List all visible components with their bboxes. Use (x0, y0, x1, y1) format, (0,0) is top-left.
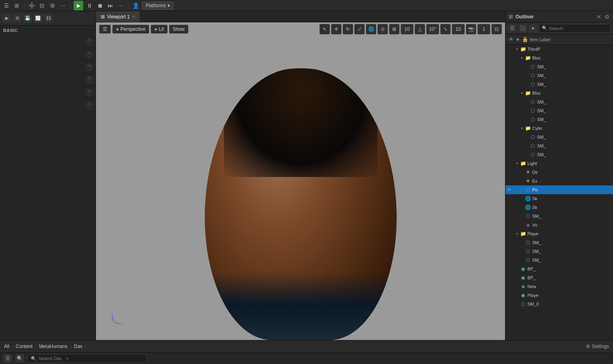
camera-speed-btn[interactable]: 📷 (466, 24, 476, 34)
platforms-button[interactable]: Platforms ▾ (142, 2, 174, 10)
viewport-content[interactable]: ☰ ● Perspective ● Lit Show ↖ ✛ ↻ (96, 22, 505, 340)
scale-btn[interactable]: ⤢ (354, 24, 365, 34)
tree-item-cylin[interactable]: ▾ 📁 Cylin (505, 124, 613, 133)
vis-icon[interactable] (505, 116, 513, 123)
menu-icon[interactable]: ☰ (2, 2, 10, 10)
tree-item-bloc2[interactable]: ▾ 📁 Bloc (505, 89, 613, 97)
vis-icon[interactable] (505, 142, 513, 149)
lp-more-icon[interactable]: 🎞 (44, 14, 53, 23)
viewport-tab-1[interactable]: ⊞ Viewport 1 ✕ (96, 11, 140, 22)
extra-button[interactable]: ⋯ (117, 2, 125, 10)
vis-icon[interactable] (505, 125, 513, 132)
select-btn[interactable]: ↖ (319, 24, 330, 34)
tree-item-bloc1[interactable]: ▾ 📁 Bloc (505, 54, 613, 62)
vis-icon[interactable] (505, 239, 513, 246)
tree-item-po-selected[interactable]: 👁 ⬡ Po (505, 185, 613, 194)
help-icon-3[interactable]: ? (86, 64, 92, 70)
vis-icon[interactable] (505, 54, 513, 62)
help-icon-5[interactable]: ? (86, 90, 92, 96)
tree-item-sm9[interactable]: ⬡ SM_ (505, 150, 613, 159)
tree-item-bp1[interactable]: ◉ BP_ (505, 265, 613, 273)
tree-item-sm8[interactable]: ⬡ SM_ (505, 141, 613, 150)
vis-icon[interactable] (505, 221, 513, 229)
vis-icon[interactable] (505, 248, 513, 255)
filter-button2[interactable]: 🔍 (15, 354, 24, 363)
grid-num-1[interactable]: 10 (401, 24, 413, 34)
lp-grid-icon[interactable]: ⊞ (13, 14, 22, 23)
viewport-tab-close[interactable]: ✕ (132, 14, 135, 19)
world-btn[interactable]: 🌐 (366, 24, 376, 34)
lp-play-icon[interactable]: ▶ (2, 14, 11, 23)
vis-icon-visible[interactable]: 👁 (505, 186, 513, 193)
settings-icon[interactable]: ⚙ (48, 2, 56, 10)
stop-button[interactable]: ⏹ (96, 2, 104, 10)
vis-icon[interactable] (505, 160, 513, 167)
vis-icon[interactable] (505, 46, 513, 53)
tree-item-dir[interactable]: ☀ Dir (505, 168, 613, 177)
tree-item-sm4[interactable]: ⬡ SM_ (505, 97, 613, 106)
outliner-search-bar[interactable]: 🔍 Search . (539, 24, 611, 33)
breadcrumb-content[interactable]: Content (16, 344, 32, 349)
outliner-filter-btn[interactable]: ☰ (508, 24, 517, 33)
search-input-container[interactable]: 🔍 Search Dax ▾ (27, 354, 147, 363)
tree-item-sm2[interactable]: ⬡ SM_ (505, 71, 613, 80)
viewport-menu-btn[interactable]: ☰ (99, 25, 111, 34)
vis-icon[interactable] (505, 107, 513, 114)
breadcrumb-dax[interactable]: Dax (74, 344, 82, 349)
scale-snap-btn[interactable]: ⤡ (440, 24, 451, 34)
maximize-btn[interactable]: ⊡ (491, 24, 502, 34)
lit-btn[interactable]: ● Lit (151, 25, 168, 34)
tree-item-ex[interactable]: ☀ Ex (505, 177, 613, 185)
help-icon-4[interactable]: ? (86, 77, 92, 83)
breadcrumb-metahumans[interactable]: MetaHumans (39, 344, 67, 349)
tree-item-sm10[interactable]: ⬡ SM_ (505, 212, 613, 221)
tree-item-player[interactable]: ▾ 📁 Playe (505, 229, 613, 238)
rotate-btn[interactable]: ↻ (343, 24, 353, 34)
camera-num[interactable]: 1 (477, 24, 490, 34)
tree-item-playe-bp[interactable]: ◉ Playe (505, 291, 613, 300)
scale-num[interactable]: 10 (452, 24, 465, 34)
tree-item-light[interactable]: ▾ 📁 Light (505, 159, 613, 168)
vis-icon[interactable] (505, 151, 513, 158)
angle-num[interactable]: 10° (426, 24, 439, 34)
vis-icon[interactable] (505, 230, 513, 237)
tree-item-sky1[interactable]: 🌐 Sk (505, 194, 613, 203)
vis-icon[interactable] (505, 195, 513, 202)
outliner-filter-btn2[interactable]: ⬛ (518, 24, 527, 33)
tree-item-sm5[interactable]: ⬡ SM_ (505, 106, 613, 115)
help-icon-1[interactable]: ? (86, 38, 92, 45)
vis-icon[interactable] (505, 274, 513, 281)
tree-item-sm7[interactable]: ⬡ SM_ (505, 133, 613, 141)
search-dropdown[interactable]: ▾ (64, 355, 70, 362)
vis-icon[interactable] (505, 283, 513, 290)
skip-button[interactable]: ⏭ (106, 2, 114, 10)
breadcrumb-all[interactable]: All (4, 344, 9, 349)
move-btn[interactable]: ✛ (331, 24, 341, 34)
help-icon-6[interactable]: ? (86, 102, 92, 109)
tree-item-sm11[interactable]: ⬡ SM_ (505, 238, 613, 247)
add-icon[interactable]: ➕ (28, 2, 36, 10)
outliner-more[interactable]: ⚙ (605, 14, 610, 20)
vis-icon[interactable] (505, 177, 513, 185)
tree-item-bp2[interactable]: ◉ BP_ (505, 273, 613, 282)
vis-icon[interactable] (505, 133, 513, 141)
vis-icon[interactable] (505, 98, 513, 105)
tree-item-sm1[interactable]: ⬡ SM_ (505, 62, 613, 71)
settings-button[interactable]: ⚙ Settings (586, 344, 609, 349)
grid-icon[interactable]: ⊞ (13, 2, 21, 10)
perspective-btn[interactable]: ● Perspective (112, 25, 149, 34)
more-icon[interactable]: ⋯ (59, 2, 67, 10)
tree-item-thirdp[interactable]: ▾ 📁 ThirdP (505, 45, 613, 54)
pause-button[interactable]: ⏸ (86, 2, 94, 10)
camera-btn[interactable]: ⊙ (377, 24, 388, 34)
tree-item-sm13[interactable]: ⬡ SM_ (505, 256, 613, 265)
vis-icon[interactable] (505, 292, 513, 299)
vis-icon[interactable] (505, 63, 513, 70)
play-button[interactable]: ▶ (74, 1, 83, 10)
vis-icon[interactable] (505, 257, 513, 264)
angle-snap-btn[interactable]: △ (415, 24, 425, 34)
tree-item-sky2[interactable]: 🌐 Sk (505, 203, 613, 212)
vis-icon[interactable] (505, 204, 513, 211)
vis-icon[interactable] (505, 90, 513, 97)
vis-icon[interactable] (505, 300, 513, 308)
